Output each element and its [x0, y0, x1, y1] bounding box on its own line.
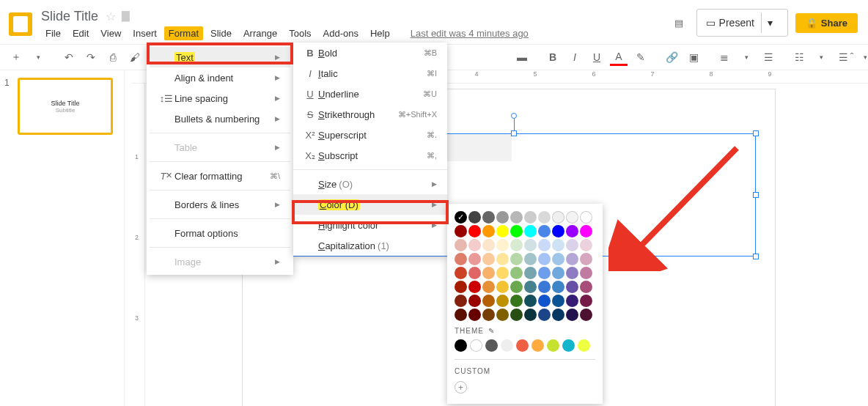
- color-swatch[interactable]: [482, 225, 495, 237]
- color-swatch[interactable]: [580, 295, 592, 307]
- color-swatch[interactable]: [468, 267, 481, 279]
- color-swatch[interactable]: [510, 239, 523, 251]
- add-custom-color-button[interactable]: +: [455, 381, 467, 394]
- theme-swatch[interactable]: [547, 339, 559, 352]
- color-swatch[interactable]: [496, 225, 509, 237]
- color-swatch[interactable]: [468, 225, 481, 237]
- theme-swatch[interactable]: [501, 339, 513, 352]
- color-swatch[interactable]: [524, 239, 537, 251]
- color-swatch[interactable]: [496, 239, 509, 251]
- align-caret[interactable]: ▾: [738, 48, 755, 66]
- text-menu-subscript[interactable]: X₂Subscript⌘,: [293, 145, 447, 166]
- menu-slide[interactable]: Slide: [206, 26, 236, 40]
- redo-button[interactable]: ↷: [82, 48, 100, 66]
- color-swatch[interactable]: [496, 281, 509, 293]
- color-swatch[interactable]: [468, 295, 481, 307]
- resize-handle[interactable]: [753, 130, 759, 136]
- format-menu-bullets-numbering[interactable]: Bullets & numbering▶: [150, 108, 290, 129]
- color-swatch[interactable]: [552, 239, 564, 251]
- menu-add-ons[interactable]: Add-ons: [319, 26, 363, 40]
- color-swatch[interactable]: [510, 225, 523, 237]
- color-swatch[interactable]: [524, 309, 537, 321]
- menu-edit[interactable]: Edit: [68, 26, 93, 40]
- text-menu-underline[interactable]: UUnderline⌘U: [293, 84, 447, 104]
- theme-swatch[interactable]: [455, 339, 467, 352]
- format-menu-align-indent[interactable]: Align & indent▶: [150, 67, 290, 88]
- numbered-caret[interactable]: ▾: [812, 48, 830, 66]
- format-menu-borders-lines[interactable]: Borders & lines▶: [150, 194, 290, 215]
- theme-swatch[interactable]: [470, 339, 482, 352]
- menu-tools[interactable]: Tools: [284, 26, 315, 40]
- color-swatch[interactable]: [538, 253, 551, 265]
- line-spacing-button[interactable]: ☰: [760, 48, 777, 66]
- color-swatch[interactable]: [482, 211, 495, 224]
- format-menu-text[interactable]: Text▶: [150, 47, 290, 67]
- color-swatch[interactable]: [496, 211, 509, 224]
- color-swatch[interactable]: [496, 253, 509, 265]
- color-swatch[interactable]: [566, 295, 578, 307]
- color-swatch[interactable]: [524, 267, 537, 279]
- color-swatch[interactable]: [468, 239, 481, 251]
- color-swatch[interactable]: [510, 211, 523, 224]
- color-swatch[interactable]: [538, 267, 551, 279]
- link-button[interactable]: 🔗: [663, 48, 680, 66]
- menu-file[interactable]: File: [41, 26, 65, 40]
- color-swatch[interactable]: [468, 253, 481, 265]
- print-button[interactable]: ⎙: [104, 48, 122, 66]
- color-swatch[interactable]: [524, 253, 537, 265]
- menu-help[interactable]: Help: [366, 26, 394, 40]
- menu-view[interactable]: View: [96, 26, 125, 40]
- comment-button[interactable]: ▣: [685, 48, 702, 66]
- color-swatch[interactable]: [524, 225, 537, 237]
- color-swatch[interactable]: [496, 309, 509, 321]
- color-swatch[interactable]: [580, 267, 592, 279]
- color-swatch[interactable]: [524, 281, 537, 293]
- color-swatch[interactable]: [510, 281, 523, 293]
- color-swatch[interactable]: [580, 225, 592, 237]
- color-swatch[interactable]: [510, 267, 523, 279]
- color-swatch[interactable]: [468, 211, 481, 224]
- color-swatch[interactable]: [580, 309, 592, 321]
- document-title[interactable]: Slide Title: [41, 9, 98, 24]
- comments-icon[interactable]: ▤: [669, 12, 689, 33]
- color-swatch[interactable]: [580, 253, 592, 265]
- fill-color-button[interactable]: ▬: [513, 48, 531, 66]
- new-slide-caret[interactable]: ▾: [29, 48, 47, 66]
- new-slide-button[interactable]: ＋: [7, 48, 25, 66]
- color-swatch[interactable]: [552, 281, 564, 293]
- color-swatch[interactable]: [455, 295, 467, 307]
- color-swatch[interactable]: [524, 295, 537, 307]
- theme-swatch[interactable]: [532, 339, 544, 352]
- rotate-handle[interactable]: [511, 113, 517, 119]
- color-swatch[interactable]: [552, 253, 564, 265]
- numbered-list-button[interactable]: ☷: [790, 48, 808, 66]
- color-swatch[interactable]: [510, 309, 523, 321]
- folder-icon[interactable]: ▇: [122, 10, 130, 23]
- color-swatch[interactable]: [580, 281, 592, 293]
- menu-format[interactable]: Format: [164, 26, 203, 40]
- last-edit-info[interactable]: Last edit was 4 minutes ago: [406, 26, 533, 40]
- menu-insert[interactable]: Insert: [128, 26, 161, 40]
- bold-button[interactable]: B: [544, 48, 562, 66]
- underline-button[interactable]: U: [588, 48, 606, 66]
- color-swatch[interactable]: [538, 295, 551, 307]
- color-swatch[interactable]: [580, 211, 592, 224]
- text-menu-italic[interactable]: IItalic⌘I: [293, 63, 447, 84]
- color-swatch[interactable]: [552, 267, 564, 279]
- color-swatch[interactable]: [552, 309, 564, 321]
- color-swatch[interactable]: [496, 295, 509, 307]
- text-menu-superscript[interactable]: X²Superscript⌘.: [293, 125, 447, 145]
- format-menu-clear-formatting[interactable]: T✕Clear formatting⌘\: [150, 166, 290, 186]
- format-menu-format-options[interactable]: Format options: [150, 223, 290, 243]
- resize-handle[interactable]: [753, 192, 759, 198]
- color-swatch[interactable]: [482, 253, 495, 265]
- star-icon[interactable]: ☆: [106, 10, 116, 23]
- color-swatch[interactable]: [455, 225, 467, 237]
- color-swatch[interactable]: [552, 225, 564, 237]
- color-swatch[interactable]: [510, 295, 523, 307]
- align-button[interactable]: ≣: [716, 48, 733, 66]
- color-swatch[interactable]: [468, 309, 481, 321]
- collapse-toolbar-button[interactable]: ˆ: [843, 48, 861, 66]
- color-swatch[interactable]: [566, 267, 578, 279]
- color-swatch[interactable]: ✓: [455, 211, 467, 224]
